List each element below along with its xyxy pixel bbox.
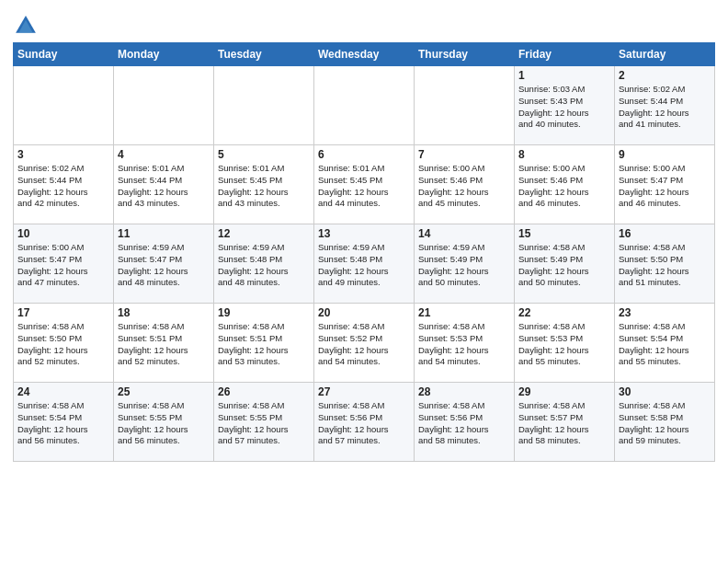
day-number: 30: [619, 385, 711, 398]
day-number: 27: [318, 385, 410, 398]
day-number: 19: [218, 306, 310, 319]
day-info: Sunrise: 4:58 AM Sunset: 5:52 PM Dayligh…: [318, 321, 410, 368]
day-info: Sunrise: 4:59 AM Sunset: 5:48 PM Dayligh…: [318, 242, 410, 289]
day-info: Sunrise: 4:59 AM Sunset: 5:49 PM Dayligh…: [418, 242, 510, 289]
day-info: Sunrise: 4:58 AM Sunset: 5:49 PM Dayligh…: [518, 242, 610, 289]
day-cell: [214, 66, 314, 145]
day-info: Sunrise: 4:58 AM Sunset: 5:53 PM Dayligh…: [418, 321, 510, 368]
day-info: Sunrise: 4:58 AM Sunset: 5:50 PM Dayligh…: [619, 242, 711, 289]
day-cell: 8Sunrise: 5:00 AM Sunset: 5:46 PM Daylig…: [515, 145, 615, 224]
day-info: Sunrise: 4:58 AM Sunset: 5:55 PM Dayligh…: [118, 400, 210, 447]
day-number: 2: [619, 69, 711, 82]
day-number: 14: [418, 227, 510, 240]
week-row-1: 3Sunrise: 5:02 AM Sunset: 5:44 PM Daylig…: [14, 145, 715, 224]
header-row: SundayMondayTuesdayWednesdayThursdayFrid…: [14, 43, 715, 66]
day-cell: 17Sunrise: 4:58 AM Sunset: 5:50 PM Dayli…: [14, 304, 114, 383]
day-number: 20: [318, 306, 410, 319]
col-header-wednesday: Wednesday: [314, 43, 415, 66]
day-number: 1: [518, 69, 610, 82]
header: [13, 9, 715, 39]
day-info: Sunrise: 4:59 AM Sunset: 5:47 PM Dayligh…: [118, 242, 210, 289]
day-info: Sunrise: 4:58 AM Sunset: 5:53 PM Dayligh…: [518, 321, 610, 368]
day-cell: 27Sunrise: 4:58 AM Sunset: 5:56 PM Dayli…: [314, 383, 415, 462]
week-row-0: 1Sunrise: 5:03 AM Sunset: 5:43 PM Daylig…: [14, 66, 715, 145]
day-cell: 18Sunrise: 4:58 AM Sunset: 5:51 PM Dayli…: [114, 304, 214, 383]
day-info: Sunrise: 5:00 AM Sunset: 5:47 PM Dayligh…: [619, 163, 711, 210]
week-row-4: 24Sunrise: 4:58 AM Sunset: 5:54 PM Dayli…: [14, 383, 715, 462]
day-number: 25: [118, 385, 210, 398]
day-cell: 15Sunrise: 4:58 AM Sunset: 5:49 PM Dayli…: [515, 224, 615, 304]
day-info: Sunrise: 5:01 AM Sunset: 5:45 PM Dayligh…: [218, 163, 310, 210]
day-number: 23: [619, 306, 711, 319]
day-cell: 22Sunrise: 4:58 AM Sunset: 5:53 PM Dayli…: [515, 304, 615, 383]
day-cell: 10Sunrise: 5:00 AM Sunset: 5:47 PM Dayli…: [14, 224, 114, 304]
day-cell: 21Sunrise: 4:58 AM Sunset: 5:53 PM Dayli…: [415, 304, 515, 383]
day-number: 3: [17, 148, 109, 161]
day-number: 28: [418, 385, 510, 398]
day-number: 7: [418, 148, 510, 161]
col-header-friday: Friday: [515, 43, 615, 66]
day-number: 13: [318, 227, 410, 240]
day-info: Sunrise: 4:58 AM Sunset: 5:57 PM Dayligh…: [518, 400, 610, 447]
day-cell: 6Sunrise: 5:01 AM Sunset: 5:45 PM Daylig…: [314, 145, 415, 224]
day-cell: 11Sunrise: 4:59 AM Sunset: 5:47 PM Dayli…: [114, 224, 214, 304]
day-cell: 24Sunrise: 4:58 AM Sunset: 5:54 PM Dayli…: [14, 383, 114, 462]
day-number: 24: [17, 385, 109, 398]
day-cell: 14Sunrise: 4:59 AM Sunset: 5:49 PM Dayli…: [415, 224, 515, 304]
day-info: Sunrise: 5:03 AM Sunset: 5:43 PM Dayligh…: [518, 84, 610, 131]
day-info: Sunrise: 4:58 AM Sunset: 5:56 PM Dayligh…: [418, 400, 510, 447]
day-info: Sunrise: 5:02 AM Sunset: 5:44 PM Dayligh…: [619, 84, 711, 131]
day-cell: 30Sunrise: 4:58 AM Sunset: 5:58 PM Dayli…: [615, 383, 715, 462]
day-cell: 19Sunrise: 4:58 AM Sunset: 5:51 PM Dayli…: [214, 304, 314, 383]
day-info: Sunrise: 4:58 AM Sunset: 5:56 PM Dayligh…: [318, 400, 410, 447]
day-info: Sunrise: 4:58 AM Sunset: 5:51 PM Dayligh…: [218, 321, 310, 368]
logo: [13, 13, 42, 39]
day-cell: [314, 66, 415, 145]
day-info: Sunrise: 4:59 AM Sunset: 5:48 PM Dayligh…: [218, 242, 310, 289]
day-info: Sunrise: 4:58 AM Sunset: 5:58 PM Dayligh…: [619, 400, 711, 447]
day-cell: 13Sunrise: 4:59 AM Sunset: 5:48 PM Dayli…: [314, 224, 415, 304]
day-info: Sunrise: 4:58 AM Sunset: 5:54 PM Dayligh…: [619, 321, 711, 368]
calendar-table: SundayMondayTuesdayWednesdayThursdayFrid…: [13, 42, 715, 462]
day-cell: 9Sunrise: 5:00 AM Sunset: 5:47 PM Daylig…: [615, 145, 715, 224]
day-cell: 29Sunrise: 4:58 AM Sunset: 5:57 PM Dayli…: [515, 383, 615, 462]
day-number: 12: [218, 227, 310, 240]
col-header-monday: Monday: [114, 43, 214, 66]
day-number: 6: [318, 148, 410, 161]
day-info: Sunrise: 4:58 AM Sunset: 5:51 PM Dayligh…: [118, 321, 210, 368]
week-row-3: 17Sunrise: 4:58 AM Sunset: 5:50 PM Dayli…: [14, 304, 715, 383]
day-cell: 26Sunrise: 4:58 AM Sunset: 5:55 PM Dayli…: [214, 383, 314, 462]
day-cell: 25Sunrise: 4:58 AM Sunset: 5:55 PM Dayli…: [114, 383, 214, 462]
day-info: Sunrise: 4:58 AM Sunset: 5:55 PM Dayligh…: [218, 400, 310, 447]
day-number: 8: [518, 148, 610, 161]
day-cell: 3Sunrise: 5:02 AM Sunset: 5:44 PM Daylig…: [14, 145, 114, 224]
day-number: 9: [619, 148, 711, 161]
day-number: 21: [418, 306, 510, 319]
day-cell: 5Sunrise: 5:01 AM Sunset: 5:45 PM Daylig…: [214, 145, 314, 224]
day-cell: 28Sunrise: 4:58 AM Sunset: 5:56 PM Dayli…: [415, 383, 515, 462]
day-cell: 16Sunrise: 4:58 AM Sunset: 5:50 PM Dayli…: [615, 224, 715, 304]
page: SundayMondayTuesdayWednesdayThursdayFrid…: [0, 0, 728, 563]
day-info: Sunrise: 5:01 AM Sunset: 5:45 PM Dayligh…: [318, 163, 410, 210]
day-number: 26: [218, 385, 310, 398]
day-cell: 1Sunrise: 5:03 AM Sunset: 5:43 PM Daylig…: [515, 66, 615, 145]
day-number: 17: [17, 306, 109, 319]
day-number: 22: [518, 306, 610, 319]
col-header-tuesday: Tuesday: [214, 43, 314, 66]
logo-icon: [13, 13, 39, 39]
day-cell: [14, 66, 114, 145]
day-number: 16: [619, 227, 711, 240]
day-cell: 20Sunrise: 4:58 AM Sunset: 5:52 PM Dayli…: [314, 304, 415, 383]
day-info: Sunrise: 5:02 AM Sunset: 5:44 PM Dayligh…: [17, 163, 109, 210]
day-number: 18: [118, 306, 210, 319]
day-info: Sunrise: 4:58 AM Sunset: 5:54 PM Dayligh…: [17, 400, 109, 447]
day-cell: 7Sunrise: 5:00 AM Sunset: 5:46 PM Daylig…: [415, 145, 515, 224]
col-header-saturday: Saturday: [615, 43, 715, 66]
day-number: 15: [518, 227, 610, 240]
day-number: 11: [118, 227, 210, 240]
day-number: 29: [518, 385, 610, 398]
day-number: 10: [17, 227, 109, 240]
day-cell: 12Sunrise: 4:59 AM Sunset: 5:48 PM Dayli…: [214, 224, 314, 304]
day-number: 5: [218, 148, 310, 161]
day-info: Sunrise: 5:00 AM Sunset: 5:46 PM Dayligh…: [518, 163, 610, 210]
